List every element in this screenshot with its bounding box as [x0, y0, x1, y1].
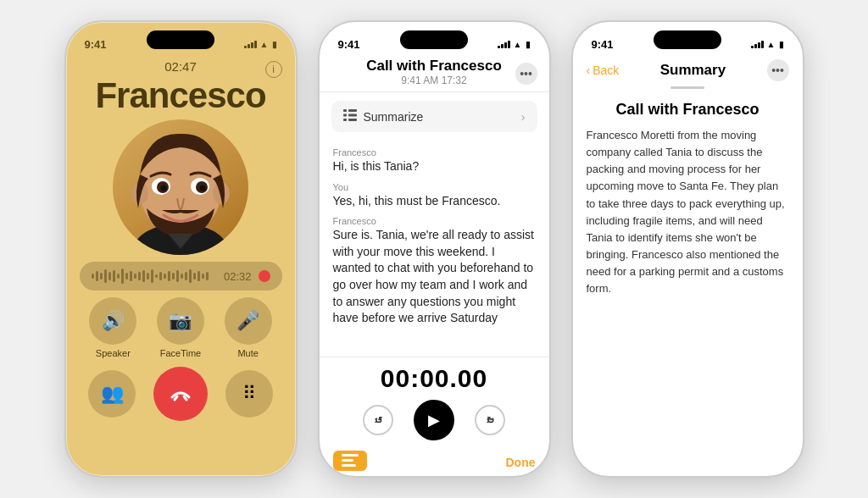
footer-icon	[333, 451, 367, 471]
svg-rect-20	[342, 459, 353, 462]
play-button[interactable]: ▶	[414, 400, 454, 440]
forward-button[interactable]: ↻ 15	[475, 405, 505, 435]
svg-rect-19	[342, 454, 359, 456]
wave-bar	[147, 273, 149, 279]
wave-bar	[100, 273, 103, 279]
call-controls-row2: 👥 ⠿	[80, 367, 282, 421]
wave-bar	[151, 269, 153, 283]
back-chevron-icon: ‹	[587, 64, 591, 77]
bar2	[754, 44, 757, 48]
wave-bar	[130, 271, 132, 281]
call-content: 02:47 Francesco	[66, 58, 296, 476]
signal-bars-3	[751, 40, 764, 48]
transcript-footer-icon	[342, 454, 359, 468]
wave-bar	[117, 274, 120, 279]
facetime-button[interactable]: 📷 FaceTime	[157, 297, 204, 358]
divider	[670, 86, 704, 89]
end-call-button[interactable]	[153, 367, 208, 421]
transcript-header: Call with Francesco 9:41 AM 17:32 •••	[320, 58, 549, 92]
bar3	[758, 42, 760, 48]
wave-bar	[125, 273, 128, 279]
svg-rect-13	[343, 109, 347, 112]
summary-nav: ‹ Back Summary •••	[573, 58, 803, 86]
dynamic-island	[147, 30, 214, 49]
wave-bar	[121, 268, 124, 284]
wave-bar	[206, 272, 209, 280]
wave-bar	[189, 269, 192, 283]
speaker-icon-circle: 🔊	[89, 297, 136, 345]
wave-bar	[193, 273, 196, 279]
waveform-visual	[92, 268, 217, 284]
rewind-button[interactable]: ↺ 15	[363, 405, 393, 435]
chevron-right-icon: ›	[521, 110, 526, 124]
back-label: Back	[593, 64, 619, 77]
transcript-footer: Done	[320, 445, 549, 476]
svg-rect-17	[343, 119, 347, 121]
summary-content: Call with Francesco Francesco Moretti fr…	[573, 94, 803, 476]
wave-bar	[198, 271, 200, 281]
ellipsis-button-2[interactable]: •••	[515, 63, 537, 85]
wave-bar	[172, 273, 175, 279]
mute-button[interactable]: 🎤 Mute	[225, 297, 272, 358]
wave-bar	[155, 274, 158, 278]
contacts-button[interactable]: 👥	[88, 370, 136, 418]
svg-point-10	[200, 185, 206, 191]
wifi-icon-2: ▲	[514, 40, 522, 49]
battery-icon-2: ▮	[526, 40, 531, 49]
transcript-title: Call with Francesco	[366, 58, 502, 75]
summary-nav-title: Summary	[660, 62, 726, 79]
mute-icon-circle: 🎤	[225, 297, 272, 345]
wave-bar	[92, 274, 94, 279]
svg-rect-18	[348, 119, 357, 121]
bar3	[251, 42, 253, 48]
back-button[interactable]: ‹ Back	[587, 64, 620, 77]
status-icons-1: ▲ ▮	[244, 40, 277, 49]
summary-text: Francesco Moretti from the moving compan…	[587, 127, 789, 297]
msg-text-0: Hi, is this Tania?	[333, 158, 536, 175]
wave-bar	[96, 271, 98, 281]
info-button[interactable]: i	[265, 61, 282, 78]
done-button[interactable]: Done	[506, 456, 536, 469]
wave-bar	[202, 274, 204, 279]
dynamic-island-3	[654, 30, 721, 49]
status-icons-2: ▲ ▮	[498, 40, 531, 49]
bar1	[751, 46, 754, 48]
wave-bar	[142, 270, 145, 282]
msg-text-2: Sure is. Tania, we're all ready to assis…	[333, 227, 536, 327]
waveform-bar: 02:32	[80, 262, 282, 290]
wave-bar	[159, 272, 162, 280]
phone-call-screen: 9:41 ▲ ▮ i 02:47 Francesco	[64, 20, 298, 478]
signal-bars-1	[244, 40, 257, 48]
playback-section: 00:00.00 ↺ 15 ▶ ↻ 15	[320, 357, 549, 445]
bar1	[498, 46, 500, 48]
svg-line-11	[175, 396, 177, 400]
svg-rect-16	[348, 114, 357, 117]
play-icon: ▶	[428, 411, 440, 429]
avatar-memoji	[113, 119, 248, 255]
wave-bar	[134, 274, 136, 279]
summary-call-title: Call with Francesco	[587, 101, 789, 119]
svg-point-9	[161, 185, 167, 191]
playback-time: 00:00.00	[381, 364, 487, 393]
wifi-icon-3: ▲	[767, 40, 776, 49]
wave-bar	[138, 272, 141, 280]
keypad-button[interactable]: ⠿	[225, 370, 273, 418]
dynamic-island-2	[400, 30, 468, 49]
transcript-subtitle: 9:41 AM 17:32	[401, 75, 466, 86]
summarize-left: Summarize	[343, 109, 424, 124]
caller-name: Francesco	[95, 75, 265, 116]
status-time-1: 9:41	[85, 38, 107, 51]
end-call-icon	[169, 382, 192, 406]
bar2	[501, 44, 504, 48]
phone-transcript-screen: 9:41 ▲ ▮ Call with Francesco 9:41 AM 17:…	[318, 20, 551, 478]
speaker-button[interactable]: 🔊 Speaker	[89, 297, 136, 358]
wave-bar	[181, 274, 183, 279]
transcript-messages: Francesco Hi, is this Tania? You Yes, hi…	[320, 141, 549, 357]
ellipsis-button-3[interactable]: •••	[767, 59, 789, 81]
status-icons-3: ▲ ▮	[751, 40, 784, 49]
wave-bar	[113, 270, 115, 282]
summarize-row[interactable]: Summarize ›	[331, 101, 537, 132]
bar3	[504, 42, 507, 48]
bar1	[244, 46, 247, 48]
signal-bars-2	[498, 40, 510, 48]
